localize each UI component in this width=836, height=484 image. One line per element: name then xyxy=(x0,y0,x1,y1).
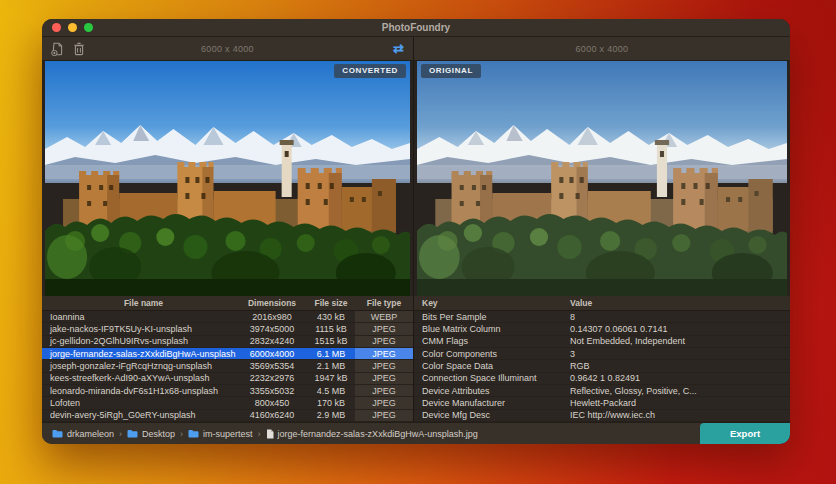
breadcrumb-separator: › xyxy=(258,429,261,439)
converted-photo xyxy=(45,61,410,296)
file-name-cell: kees-streefkerk-AdI90-aXYwA-unsplash xyxy=(42,373,237,383)
file-size-cell: 6.1 MB xyxy=(307,349,355,359)
dimensions-cell: 2016x980 xyxy=(237,312,307,322)
original-image-area: ORIGINAL xyxy=(414,61,790,296)
zoom-button[interactable] xyxy=(84,23,93,32)
column-key[interactable]: Key xyxy=(414,298,562,308)
converted-pane: 6000 x 4000 xyxy=(42,37,414,422)
metadata-table: Key Value Bits Per Sample 8 Blue Matrix … xyxy=(414,296,790,422)
app-window: PhotoFoundry 6000 x 4000 xyxy=(42,19,790,444)
file-table-row[interactable]: kees-streefkerk-AdI90-aXYwA-unsplash 223… xyxy=(42,373,413,385)
minimize-button[interactable] xyxy=(68,23,77,32)
file-size-cell: 1115 kB xyxy=(307,324,355,334)
file-table-row[interactable]: joseph-gonzalez-iFgRcqHznqg-unsplash 356… xyxy=(42,360,413,372)
file-size-cell: 430 kB xyxy=(307,312,355,322)
file-table-header: File name Dimensions File size File type xyxy=(42,296,413,311)
export-button[interactable]: Export xyxy=(700,423,790,444)
metadata-key-cell: Color Components xyxy=(414,349,562,359)
dimensions-cell: 800x450 xyxy=(237,398,307,408)
desktop-background: PhotoFoundry 6000 x 4000 xyxy=(0,0,836,484)
folder-icon xyxy=(188,429,199,438)
folder-icon xyxy=(52,429,63,438)
metadata-row[interactable]: Color Components 3 xyxy=(414,348,790,360)
breadcrumb-label: Desktop xyxy=(142,429,175,439)
original-badge: ORIGINAL xyxy=(421,64,481,78)
trash-icon[interactable] xyxy=(73,42,85,56)
left-toolbar: 6000 x 4000 xyxy=(42,37,413,61)
file-icon xyxy=(266,429,274,439)
file-type-cell: WEBP xyxy=(355,311,413,322)
metadata-row[interactable]: Device Mfg Desc IEC http://www.iec.ch xyxy=(414,410,790,422)
file-table-row[interactable]: jc-gellidon-2QGlhU9IRvs-unsplash 2832x42… xyxy=(42,336,413,348)
column-file-type[interactable]: File type xyxy=(355,296,413,310)
original-dimensions-label: 6000 x 4000 xyxy=(414,44,790,54)
metadata-value-cell: Hewlett-Packard xyxy=(562,398,790,408)
traffic-lights xyxy=(52,19,93,36)
file-table-row[interactable]: devin-avery-5iRgh_G0eRY-unsplash 4160x62… xyxy=(42,410,413,422)
metadata-value-cell: 3 xyxy=(562,349,790,359)
metadata-row[interactable]: Blue Matrix Column 0.14307 0.06061 0.714… xyxy=(414,323,790,335)
metadata-key-cell: Device Manufacturer xyxy=(414,398,562,408)
metadata-key-cell: Color Space Data xyxy=(414,361,562,371)
metadata-row[interactable]: Device Attributes Reflective, Glossy, Po… xyxy=(414,385,790,397)
metadata-value-cell: 0.9642 1 0.82491 xyxy=(562,373,790,383)
metadata-row[interactable]: Color Space Data RGB xyxy=(414,360,790,372)
titlebar[interactable]: PhotoFoundry xyxy=(42,19,790,37)
metadata-key-cell: CMM Flags xyxy=(414,336,562,346)
file-type-cell: JPEG xyxy=(355,397,413,408)
metadata-key-cell: Device Attributes xyxy=(414,386,562,396)
metadata-value-cell: 8 xyxy=(562,312,790,322)
metadata-value-cell: RGB xyxy=(562,361,790,371)
breadcrumb-item[interactable]: im-supertest xyxy=(188,429,253,439)
column-value[interactable]: Value xyxy=(562,298,790,308)
converted-image-area: CONVERTED xyxy=(42,61,413,296)
converted-dimensions-label: 6000 x 4000 xyxy=(42,44,413,54)
file-name-cell: leonardo-miranda-dvF6s1H1x68-unsplash xyxy=(42,386,237,396)
file-name-cell: jc-gellidon-2QGlhU9IRvs-unsplash xyxy=(42,336,237,346)
folder-icon xyxy=(127,429,138,438)
breadcrumb-item[interactable]: Desktop xyxy=(127,429,175,439)
metadata-table-body: Bits Per Sample 8 Blue Matrix Column 0.1… xyxy=(414,311,790,422)
column-file-size[interactable]: File size xyxy=(307,298,355,308)
file-name-cell: Ioannina xyxy=(42,312,237,322)
metadata-key-cell: Blue Matrix Column xyxy=(414,324,562,334)
file-type-cell: JPEG xyxy=(355,336,413,347)
file-type-cell: JPEG xyxy=(355,348,413,359)
swap-compare-icon[interactable]: ⇄ xyxy=(393,42,404,55)
file-type-cell: JPEG xyxy=(355,373,413,384)
file-name-cell: Lofoten xyxy=(42,398,237,408)
dimensions-cell: 3974x5000 xyxy=(237,324,307,334)
metadata-table-header: Key Value xyxy=(414,296,790,311)
file-table-row[interactable]: Ioannina 2016x980 430 kB WEBP xyxy=(42,311,413,323)
metadata-row[interactable]: Device Manufacturer Hewlett-Packard xyxy=(414,397,790,409)
dimensions-cell: 4160x6240 xyxy=(237,410,307,420)
breadcrumb-item[interactable]: jorge-fernandez-salas-zXxkdiBgHwA-unspla… xyxy=(266,429,478,439)
metadata-value-cell: Reflective, Glossy, Positive, C... xyxy=(562,386,790,396)
file-table: File name Dimensions File size File type… xyxy=(42,296,413,422)
metadata-row[interactable]: Connection Space Illuminant 0.9642 1 0.8… xyxy=(414,373,790,385)
file-name-cell: jake-nackos-IF9TK5Uy-KI-unsplash xyxy=(42,324,237,334)
breadcrumb-label: jorge-fernandez-salas-zXxkdiBgHwA-unspla… xyxy=(278,429,478,439)
file-size-cell: 2.9 MB xyxy=(307,410,355,420)
metadata-value-cell: Not Embedded, Independent xyxy=(562,336,790,346)
file-size-cell: 2.1 MB xyxy=(307,361,355,371)
metadata-row[interactable]: Bits Per Sample 8 xyxy=(414,311,790,323)
close-button[interactable] xyxy=(52,23,61,32)
file-table-row[interactable]: leonardo-miranda-dvF6s1H1x68-unsplash 33… xyxy=(42,385,413,397)
right-toolbar: 6000 x 4000 xyxy=(414,37,790,61)
file-table-row[interactable]: Lofoten 800x450 170 kB JPEG xyxy=(42,397,413,409)
dimensions-cell: 3355x5032 xyxy=(237,386,307,396)
file-table-row[interactable]: jorge-fernandez-salas-zXxkdiBgHwA-unspla… xyxy=(42,348,413,360)
file-type-cell: JPEG xyxy=(355,410,413,421)
column-dimensions[interactable]: Dimensions xyxy=(237,298,307,308)
file-type-cell: JPEG xyxy=(355,360,413,371)
dimensions-cell: 6000x4000 xyxy=(237,349,307,359)
metadata-row[interactable]: CMM Flags Not Embedded, Independent xyxy=(414,336,790,348)
metadata-value-cell: 0.14307 0.06061 0.7141 xyxy=(562,324,790,334)
add-file-icon[interactable] xyxy=(51,42,64,56)
window-title: PhotoFoundry xyxy=(382,22,450,33)
breadcrumb-item[interactable]: drkameleon xyxy=(52,429,114,439)
column-file-name[interactable]: File name xyxy=(42,298,237,308)
file-table-row[interactable]: jake-nackos-IF9TK5Uy-KI-unsplash 3974x50… xyxy=(42,323,413,335)
breadcrumb-label: im-supertest xyxy=(203,429,253,439)
